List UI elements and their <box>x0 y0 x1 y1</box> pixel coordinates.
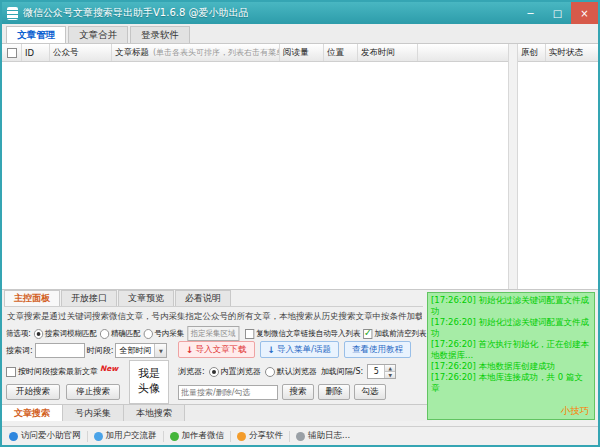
statusbar-separator <box>289 431 290 442</box>
keyword-input[interactable] <box>35 343 85 358</box>
share-label: 分享软件 <box>249 430 283 442</box>
batch-check-button[interactable]: 勾选 <box>354 384 386 400</box>
column-header-status[interactable]: 实时状态 <box>546 44 598 61</box>
batch-search-button[interactable]: 搜索 <box>282 384 314 400</box>
radio-icon <box>34 329 43 339</box>
filter-row: 筛选项: 搜索词模糊匹配 精确匹配 号内采集 指定采集区域 ▼ 复制微信文章链接… <box>6 326 426 341</box>
statusbar-item-share[interactable]: 分享软件 <box>237 430 283 442</box>
browser-options-row: 浏览器: 内置浏览器 默认浏览器 加载间隔/S: 5 ▲ ▼ <box>178 364 396 379</box>
column-header-original[interactable]: 原创 <box>518 44 546 61</box>
interval-stepper[interactable]: 5 ▲ ▼ <box>367 364 396 379</box>
list-vertical-scrollbar[interactable] <box>508 44 518 289</box>
tab-account-collect[interactable]: 号内采集 <box>63 405 124 421</box>
stepper-arrows: ▲ ▼ <box>384 365 395 378</box>
browser-label: 浏览器: <box>178 366 205 377</box>
checkbox-icon <box>245 329 254 339</box>
avatar-text-line1: 我是 <box>138 367 160 382</box>
import-menu-label: 导入菜单/话题 <box>277 344 331 356</box>
start-search-button[interactable]: 开始搜索 <box>6 384 60 400</box>
radio-account-label: 号内采集 <box>155 328 185 339</box>
radio-account-collect[interactable]: 号内采集 <box>143 328 184 339</box>
log-message: [17:26:20] 本地库连接成功，共 0 篇文章 <box>431 372 591 394</box>
column-title-text: 文章标题 <box>115 47 149 59</box>
statusbar-item-log[interactable]: 辅助日志... <box>296 430 350 442</box>
status-list-body[interactable] <box>518 62 598 289</box>
import-menu-topic-button[interactable]: ↓ 导入菜单/话题 <box>260 341 339 358</box>
close-button[interactable]: × <box>571 2 598 24</box>
titlebar: 微信公众号文章搜索导出助手V1.6.8 @爱小助出品 ─ □ × <box>2 2 598 24</box>
download-icon: ↓ <box>268 345 276 355</box>
article-table: ID 公众号 文章标题 (单击各表头可排序，列表右击有菜单) 阅读量 位置 发布… <box>2 44 598 290</box>
tab-article-search[interactable]: 文章搜索 <box>2 405 63 421</box>
log-icon <box>296 432 305 441</box>
column-header-publish-time[interactable]: 发布时间 <box>358 44 418 61</box>
batch-input[interactable] <box>178 385 278 400</box>
log-message: [17:26:20] 首次执行初始化，正在创建本地数据库... <box>431 339 591 361</box>
radio-builtin-browser[interactable]: 内置浏览器 <box>209 366 261 377</box>
tab-must-read[interactable]: 必看说明 <box>175 290 231 306</box>
keyword-label: 搜索词: <box>6 345 33 356</box>
maximize-button[interactable]: □ <box>544 2 571 24</box>
statusbar-separator <box>163 431 164 442</box>
avatar-text-line2: 头像 <box>138 382 160 397</box>
author-wechat-label: 加作者微信 <box>182 430 225 442</box>
stepper-down-icon[interactable]: ▼ <box>385 372 395 378</box>
tab-article-management[interactable]: 文章管理 <box>6 26 66 43</box>
checkbox-copy-link-import[interactable]: 复制微信文章链接自动导入列表 <box>245 328 360 339</box>
select-all-checkbox[interactable] <box>2 44 22 61</box>
view-tutorial-label: 查看使用教程 <box>352 344 403 356</box>
tab-open-api[interactable]: 开放接口 <box>61 290 117 306</box>
chevron-down-icon: ▼ <box>238 327 239 340</box>
status-list: 原创 实时状态 <box>518 44 598 289</box>
builtin-browser-label: 内置浏览器 <box>221 366 261 377</box>
author-avatar: 我是 头像 <box>129 360 169 404</box>
minimize-button[interactable]: ─ <box>517 2 544 24</box>
radio-default-browser[interactable]: 默认浏览器 <box>265 366 317 377</box>
article-list-body[interactable] <box>2 62 508 289</box>
collect-region-select[interactable]: 指定采集区域 ▼ <box>187 326 239 341</box>
time-range-label: 时间段: <box>87 345 114 356</box>
column-header-account[interactable]: 公众号 <box>50 44 112 61</box>
checkbox-search-recent[interactable]: 按时间段搜索最新文章 <box>6 366 98 377</box>
panel-description: 文章搜索是通过关键词搜索微信文章，号内采集指定公众号的所有文章，本地搜索从历史搜… <box>7 311 422 323</box>
import-article-download-button[interactable]: ↓ 导入文章下载 <box>178 341 255 358</box>
checkbox-checked-icon <box>363 329 372 339</box>
statusbar-item-website[interactable]: 访问爱小助官网 <box>9 430 81 442</box>
checkbox-clear-before-load[interactable]: 加载前清空列表 <box>363 328 426 339</box>
radio-exact-label: 精确匹配 <box>111 328 141 339</box>
statusbar-separator <box>87 431 88 442</box>
assist-log-label: 辅助日志... <box>308 430 350 442</box>
tips-link[interactable]: 小技巧 <box>561 405 590 417</box>
checkbox-icon <box>6 367 16 377</box>
column-title-hint: (单击各表头可排序，列表右击有菜单) <box>153 47 280 58</box>
batch-delete-button[interactable]: 删除 <box>318 384 350 400</box>
column-header-position[interactable]: 位置 <box>324 44 358 61</box>
stepper-up-icon[interactable]: ▲ <box>385 365 395 372</box>
tab-main-control[interactable]: 主控面板 <box>4 290 60 306</box>
time-range-select[interactable]: 全部时间 ▼ <box>115 343 167 358</box>
statusbar-item-author-wechat[interactable]: 加作者微信 <box>170 430 225 442</box>
tab-local-search[interactable]: 本地搜索 <box>124 405 185 421</box>
website-label: 访问爱小助官网 <box>21 430 81 442</box>
column-header-filler <box>418 44 508 61</box>
import-buttons-row: ↓ 导入文章下载 ↓ 导入菜单/话题 查看使用教程 <box>178 341 411 358</box>
time-range-value: 全部时间 <box>116 345 154 356</box>
view-tutorial-button[interactable]: 查看使用教程 <box>344 341 411 358</box>
window-controls: ─ □ × <box>517 2 598 24</box>
tab-article-preview[interactable]: 文章预览 <box>118 290 174 306</box>
tab-login-software[interactable]: 登录软件 <box>130 26 190 43</box>
interval-label: 加载间隔/S: <box>321 366 363 377</box>
log-message: [17:26:20] 本地数据库创建成功 <box>431 361 591 372</box>
panel-tabstrip: 主控面板 开放接口 文章预览 必看说明 <box>4 291 423 307</box>
column-header-reads[interactable]: 阅读量 <box>280 44 324 61</box>
main-tabstrip: 文章管理 文章合并 登录软件 <box>2 24 598 44</box>
statusbar-item-user-group[interactable]: 加用户交流群 <box>94 430 157 442</box>
users-icon <box>94 432 103 441</box>
column-header-title[interactable]: 文章标题 (单击各表头可排序，列表右击有菜单) <box>112 44 280 61</box>
column-header-id[interactable]: ID <box>22 44 50 61</box>
stop-search-button[interactable]: 停止搜索 <box>66 384 120 400</box>
download-icon: ↓ <box>186 345 194 355</box>
radio-exact-match[interactable]: 精确匹配 <box>100 328 141 339</box>
tab-article-merge[interactable]: 文章合并 <box>68 26 128 43</box>
radio-fuzzy-match[interactable]: 搜索词模糊匹配 <box>34 328 97 339</box>
